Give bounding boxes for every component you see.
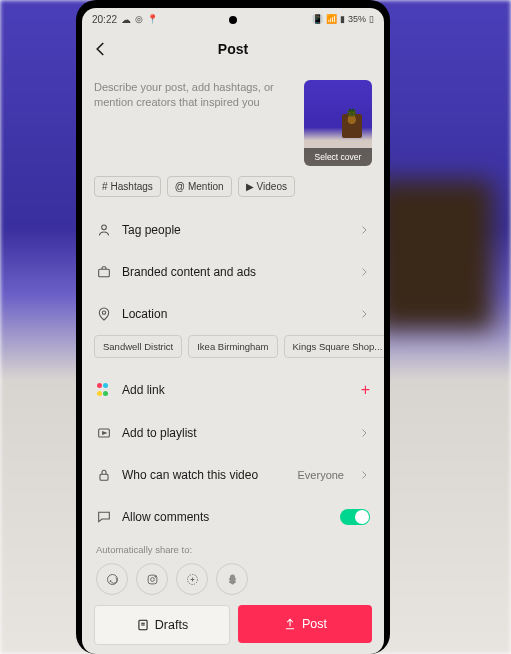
branded-content-row[interactable]: Branded content and ads — [82, 251, 384, 293]
location-suggestion[interactable]: Ikea Birmingham — [188, 335, 277, 358]
videos-chip-label: Videos — [257, 181, 287, 192]
play-icon: ▶ — [246, 181, 254, 192]
tag-people-row[interactable]: Tag people — [82, 209, 384, 251]
videos-chip[interactable]: ▶ Videos — [238, 176, 295, 197]
svg-point-2 — [102, 311, 105, 314]
auto-share-label: Automatically share to: — [96, 544, 370, 555]
post-label: Post — [302, 617, 327, 631]
chevron-right-icon — [358, 469, 370, 481]
signal-icon: ▮ — [340, 14, 345, 24]
select-cover-button[interactable]: Select cover — [304, 80, 372, 166]
drafts-button[interactable]: Drafts — [94, 605, 230, 645]
vibrate-icon: 📳 — [312, 14, 323, 24]
lock-icon — [96, 467, 112, 483]
description-input[interactable]: Describe your post, add hashtags, or men… — [94, 80, 296, 166]
battery-icon: ▯ — [369, 14, 374, 24]
chevron-right-icon — [358, 266, 370, 278]
location-pin-icon: 📍 — [147, 14, 158, 24]
cloud-icon: ☁ — [121, 14, 131, 25]
hash-icon: # — [102, 181, 108, 192]
link-dots-icon — [96, 382, 112, 398]
allow-comments-row: Allow comments — [82, 496, 384, 538]
svg-point-7 — [150, 577, 154, 581]
plus-icon: + — [361, 381, 370, 399]
share-stories[interactable] — [176, 563, 208, 595]
location-label: Location — [122, 307, 348, 321]
mention-chip[interactable]: @ Mention — [167, 176, 232, 197]
location-suggestion[interactable]: Sandwell District — [94, 335, 182, 358]
camera-cutout — [229, 16, 237, 24]
comment-icon — [96, 509, 112, 525]
location-row[interactable]: Location — [82, 293, 384, 335]
share-instagram[interactable] — [136, 563, 168, 595]
chevron-right-icon — [358, 427, 370, 439]
hashtags-chip-label: Hashtags — [111, 181, 153, 192]
privacy-row[interactable]: Who can watch this video Everyone — [82, 454, 384, 496]
hashtags-chip[interactable]: # Hashtags — [94, 176, 161, 197]
comments-label: Allow comments — [122, 510, 330, 524]
wifi-icon: 📶 — [326, 14, 337, 24]
share-whatsapp[interactable] — [96, 563, 128, 595]
chevron-right-icon — [358, 308, 370, 320]
upload-icon — [283, 617, 297, 631]
cover-label: Select cover — [304, 148, 372, 166]
person-icon — [96, 222, 112, 238]
page-title: Post — [218, 41, 248, 57]
battery-text: 35% — [348, 14, 366, 24]
status-time: 20:22 — [92, 14, 117, 25]
location-suggestion[interactable]: Kings Square Shop... — [284, 335, 385, 358]
share-snapchat[interactable] — [216, 563, 248, 595]
playlist-icon — [96, 425, 112, 441]
tag-people-label: Tag people — [122, 223, 348, 237]
svg-point-0 — [102, 225, 107, 230]
svg-rect-1 — [99, 269, 110, 276]
instagram-icon: ◎ — [135, 14, 143, 24]
post-button[interactable]: Post — [238, 605, 372, 643]
branded-content-label: Branded content and ads — [122, 265, 348, 279]
privacy-value: Everyone — [298, 469, 344, 481]
mention-chip-label: Mention — [188, 181, 224, 192]
drafts-icon — [136, 618, 150, 632]
add-playlist-row[interactable]: Add to playlist — [82, 412, 384, 454]
svg-point-8 — [154, 576, 155, 577]
back-button[interactable] — [92, 40, 110, 58]
chevron-right-icon — [358, 224, 370, 236]
location-icon — [96, 306, 112, 322]
comments-toggle[interactable] — [340, 509, 370, 525]
at-icon: @ — [175, 181, 185, 192]
add-link-row[interactable]: Add link + — [82, 368, 384, 412]
playlist-label: Add to playlist — [122, 426, 348, 440]
privacy-label: Who can watch this video — [122, 468, 288, 482]
svg-rect-4 — [100, 474, 108, 480]
drafts-label: Drafts — [155, 618, 188, 632]
add-link-label: Add link — [122, 383, 351, 397]
briefcase-icon — [96, 264, 112, 280]
